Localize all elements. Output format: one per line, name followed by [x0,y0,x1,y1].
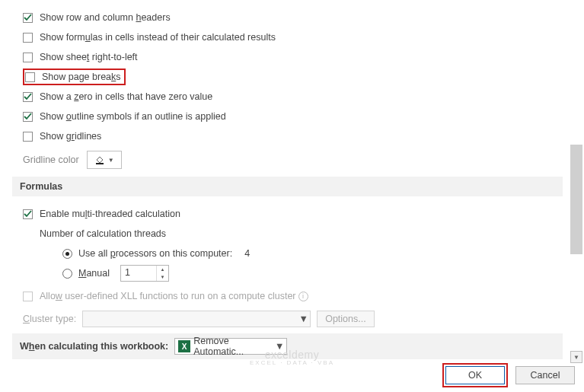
ok-button[interactable]: OK [445,366,505,384]
show-gridlines-label: Show gridlines [40,131,101,142]
processor-count: 4 [244,248,250,259]
xll-label: Allow user-defined XLL functions to run … [40,291,296,301]
excel-icon: X [178,340,190,352]
ok-highlight: OK [442,363,508,387]
gridline-color-button[interactable]: ▼ [87,151,122,169]
paint-bucket-icon [94,155,105,165]
manual-radio[interactable] [62,269,72,279]
show-outline-label: Show outline symbols if an outline is ap… [40,111,226,122]
xll-checkbox [23,292,33,301]
formulas-section-header: Formulas [12,177,563,196]
manual-value[interactable]: 1 [121,266,156,281]
gridline-color-label: Gridline color [23,155,79,165]
show-zero-checkbox[interactable] [23,92,33,102]
show-headers-checkbox[interactable] [23,13,33,23]
show-formulas-checkbox[interactable] [23,33,33,43]
show-rtl-checkbox[interactable] [23,53,33,62]
scrollbar-thumb[interactable] [570,145,582,254]
manual-label: Manual [78,268,110,279]
chevron-down-icon[interactable]: ▼ [273,341,286,352]
multithread-label: Enable multi-threaded calculation [40,209,180,219]
multithread-checkbox[interactable] [23,209,33,219]
show-page-breaks-label: Show page breaks [42,72,121,82]
show-page-breaks-checkbox[interactable] [25,72,35,82]
cancel-button[interactable]: Cancel [515,366,575,384]
show-formulas-label: Show formulas in cells instead of their … [40,32,276,43]
show-gridlines-checkbox[interactable] [23,132,33,142]
spinner-up-icon[interactable]: ▲ [157,266,168,273]
page-breaks-highlight: Show page breaks [23,69,126,85]
show-outline-checkbox[interactable] [23,112,33,122]
manual-spinner[interactable]: 1 ▲ ▼ [120,265,169,282]
spinner-down-icon[interactable]: ▼ [157,273,168,281]
cluster-options-button: Options... [317,311,375,327]
show-rtl-label: Show sheet right-to-left [40,52,138,62]
info-icon: i [298,292,308,301]
show-headers-label: Show row and column headers [40,12,171,23]
show-zero-label: Show a zero in cells that have zero valu… [40,91,212,102]
chevron-down-icon: ▼ [296,314,310,324]
threads-label: Number of calculation threads [40,228,166,239]
use-all-label: Use all processors on this computer: [78,248,232,259]
use-all-radio[interactable] [62,249,72,259]
workbook-dropdown-value: Remove Automatic... [193,336,273,357]
svg-rect-0 [96,163,104,164]
cluster-type-dropdown: ▼ [82,311,311,327]
cluster-type-label: Cluster type: [23,314,76,324]
scroll-down-button[interactable]: ▼ [570,351,582,363]
workbook-calc-label: When calculating this workbook: [20,341,168,352]
workbook-dropdown[interactable]: X Remove Automatic... ▼ [174,338,287,355]
chevron-down-icon: ▼ [108,157,114,164]
